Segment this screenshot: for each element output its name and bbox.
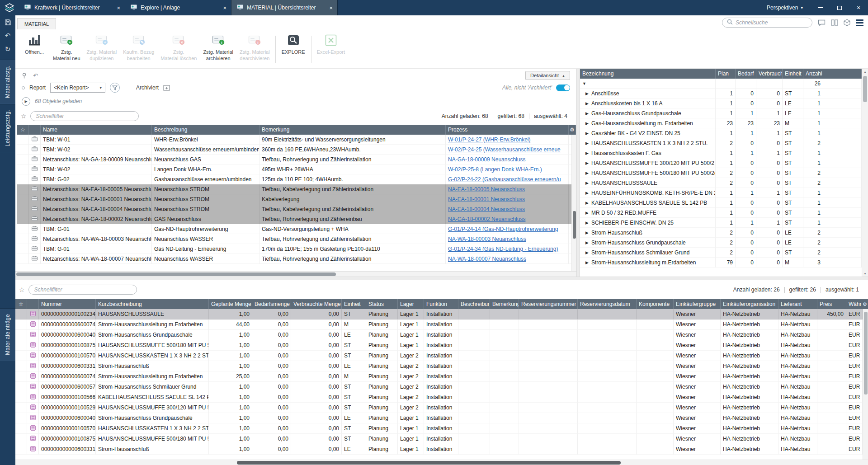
column-header[interactable]: Einkäuferorganisation bbox=[721, 299, 778, 309]
scrollbar-thumb[interactable] bbox=[237, 461, 621, 465]
minimize-button[interactable] bbox=[811, 0, 830, 15]
material-row[interactable]: ▶Strom-Hausanschluss Grundpauschale200LE… bbox=[580, 238, 862, 248]
report-select[interactable]: <Kein Report> ▾ bbox=[50, 83, 105, 93]
process-link[interactable]: W-02/P-25-8 (Langen Donk WHA-Ern.) bbox=[448, 166, 542, 173]
vertical-scrollbar[interactable] bbox=[571, 135, 576, 271]
column-header[interactable]: Bezeichnung bbox=[580, 69, 716, 79]
column-header[interactable]: Verbrauchte Menge bbox=[291, 299, 342, 309]
window-tab[interactable]: Kraftwerk | Übersichtsreiter× bbox=[19, 0, 125, 15]
column-header[interactable]: Lieferant bbox=[778, 299, 817, 309]
vertical-scrollbar[interactable] bbox=[863, 309, 868, 460]
process-link[interactable]: NA-GA-18-00009 Neuanschluss bbox=[448, 156, 525, 163]
table-row[interactable]: TBM: W-01WHR-Erw.Brönkel90m Elektrizität… bbox=[17, 135, 576, 145]
column-header[interactable]: Anzahl bbox=[803, 69, 823, 79]
horizontal-scrollbar[interactable] bbox=[15, 460, 868, 465]
expand-icon[interactable]: ▶ bbox=[585, 121, 591, 126]
table-row[interactable]: Netzanschluss: NA-WA-18-00003 Neuanschlu… bbox=[17, 234, 576, 244]
process-link[interactable]: G-01/P-24-34 (Gas ND-Leitung - Erneuerun… bbox=[448, 246, 558, 252]
scrollbar-thumb[interactable] bbox=[16, 272, 336, 276]
gear-icon[interactable]: ⚙ bbox=[569, 125, 576, 135]
expand-icon[interactable]: ▶ bbox=[585, 91, 591, 96]
table-row[interactable]: Netzanschluss: NA-GA-18-00009 Neuanschlu… bbox=[17, 155, 576, 164]
archived-toggle[interactable] bbox=[556, 85, 570, 91]
material-row[interactable]: ▶Gas-Hausanschluss Grundpauschale111LE1 bbox=[580, 108, 862, 118]
column-header[interactable]: Einkäufergruppe bbox=[674, 299, 721, 309]
process-link[interactable]: NA-EA-18-00004 Neuanschluss bbox=[448, 206, 525, 212]
process-link[interactable]: G-01/P-24-14 (Gas-ND-Hauptrohrerweiterun… bbox=[448, 226, 558, 232]
expand-icon[interactable]: ▶ bbox=[585, 141, 591, 146]
column-header[interactable]: Name bbox=[41, 125, 152, 135]
perspectives-menu[interactable]: Perspektiven ▾ bbox=[759, 0, 811, 15]
column-header[interactable]: Bemerkung bbox=[259, 125, 446, 135]
column-header[interactable]: Bedarf bbox=[736, 69, 756, 79]
process-link[interactable]: NA-EA-18-00005 Neuanschluss bbox=[448, 186, 525, 193]
expand-icon[interactable]: ▶ bbox=[585, 211, 591, 215]
scrollbar-thumb[interactable] bbox=[863, 76, 867, 102]
quickfilter-input[interactable] bbox=[36, 113, 133, 119]
process-link[interactable]: G-02/P-24-22 (Gashausanschlüsse erneuern… bbox=[448, 176, 561, 183]
table-row[interactable]: 000000000000600331Strom-Hausanschluß1,00… bbox=[15, 361, 863, 371]
material-row[interactable]: ▶Strom-Hausanschlussleitung m.Erdarbeite… bbox=[580, 258, 862, 268]
favorite-filter-icon[interactable]: ☆ bbox=[21, 113, 27, 120]
table-row[interactable]: 000000000000100875HAUSANSCHLUSSMUFFE 500… bbox=[15, 434, 863, 444]
column-header[interactable]: Verbrauch bbox=[756, 69, 783, 79]
quickfilter[interactable] bbox=[28, 285, 137, 295]
column-header[interactable]: Reservierungsnummer bbox=[519, 299, 578, 309]
process-link[interactable]: W-01/P-24-27 (WHR-Erw.Brönkel) bbox=[448, 136, 530, 143]
vertical-splitter[interactable] bbox=[576, 69, 580, 277]
pin-icon[interactable] bbox=[22, 73, 27, 79]
detail-view-button[interactable]: Detailansicht ▲ bbox=[525, 71, 570, 80]
table-row[interactable]: Netzanschluss: NA-EA-18-00004 Neuanschlu… bbox=[17, 204, 576, 214]
column-header[interactable]: Geplante Menge bbox=[209, 299, 252, 309]
global-search[interactable] bbox=[722, 18, 812, 28]
quickfilter-input[interactable] bbox=[34, 287, 131, 293]
process-link[interactable]: NA-GA-18-00002 Neuanschluss bbox=[448, 216, 525, 222]
expand-icon[interactable]: ▶ bbox=[585, 101, 591, 106]
column-header[interactable]: Komponente bbox=[637, 299, 674, 309]
material-row[interactable]: ▶Strom-Hausanschluß200LE2 bbox=[580, 228, 862, 238]
expand-icon[interactable]: ▶ bbox=[585, 250, 591, 255]
toolbar-button-open[interactable]: Öffnen... bbox=[19, 32, 50, 66]
scrollbar-thumb[interactable] bbox=[573, 211, 576, 238]
column-header[interactable]: Bemerkung bbox=[490, 299, 519, 309]
table-row[interactable]: TBM: G-01Gas-ND-HauptrohrerweiterungGas-… bbox=[17, 224, 576, 234]
expand-icon[interactable]: ▶ bbox=[585, 191, 591, 195]
column-header[interactable]: Währung bbox=[846, 299, 863, 309]
material-row[interactable]: ▶SCHIEBER-PE-EINSCHW. DN 25111ST1 bbox=[580, 218, 862, 228]
process-link[interactable]: W-02/P-24-25 (Wasserhausanschlüsse erneu… bbox=[448, 146, 561, 153]
expand-icon[interactable]: ▶ bbox=[585, 230, 591, 235]
table-row[interactable]: 000000000000100234HAUSANSCHLUSSSAULE1,00… bbox=[15, 309, 863, 319]
undo-icon[interactable]: ↶ bbox=[33, 72, 38, 79]
chat-icon[interactable] bbox=[818, 19, 826, 26]
icon-column-header[interactable] bbox=[27, 299, 39, 309]
material-row[interactable]: ▶HAUSANSCHLUSSSAULE200ST2 bbox=[580, 178, 862, 188]
icon-column-header[interactable] bbox=[29, 125, 41, 135]
material-row[interactable]: ▶KABELHAUSANSCHLUSS SAEULE SL 142 PB100S… bbox=[580, 198, 862, 208]
column-header[interactable]: Beschreibung bbox=[152, 125, 259, 135]
expand-icon[interactable]: ▶ bbox=[585, 111, 591, 116]
material-row[interactable]: ▶Strom-Hausanschluss Schmilauer Grund200… bbox=[580, 248, 862, 258]
expand-icon[interactable]: ▶ bbox=[585, 161, 591, 165]
process-link[interactable]: NA-WA-18-00003 Neuanschluss bbox=[448, 236, 526, 242]
expand-icon[interactable]: ▶ bbox=[585, 151, 591, 155]
scrollbar-thumb[interactable] bbox=[864, 312, 868, 395]
column-header[interactable]: Prozess bbox=[446, 125, 569, 135]
expand-icon[interactable]: ▶ bbox=[585, 240, 591, 245]
expand-icon[interactable]: ▶ bbox=[585, 171, 591, 175]
horizontal-scrollbar[interactable] bbox=[15, 271, 576, 277]
material-row[interactable]: ▶Anschlüsse100ST1 bbox=[580, 89, 862, 99]
table-row[interactable]: 000000000000600057Strom-Hausanschluss Sc… bbox=[15, 382, 863, 392]
refresh-icon[interactable]: ↻ bbox=[0, 42, 15, 56]
table-row[interactable]: 000000000000600074Strom-Hausanschlusslei… bbox=[15, 319, 863, 330]
column-header[interactable]: Bedarfsmenge bbox=[252, 299, 291, 309]
table-row[interactable]: 000000000000600074Strom-Hausanschlusslei… bbox=[15, 371, 863, 382]
expand-icon[interactable]: ▶ bbox=[585, 221, 591, 225]
column-header[interactable]: Kurzbeschreibung bbox=[96, 299, 209, 309]
expand-icon[interactable]: ▶ bbox=[585, 260, 591, 265]
table-row[interactable]: TBM: G-02Gashausanschlüsse erneuern/umbi… bbox=[17, 174, 576, 184]
maximize-button[interactable] bbox=[830, 0, 849, 15]
process-link[interactable]: NA-WA-18-00007 Neuanschluss bbox=[448, 256, 526, 262]
rail-tab[interactable]: Leistungszstg. bbox=[0, 104, 15, 152]
save-button[interactable] bbox=[0, 15, 15, 29]
table-row[interactable]: 000000000000100570HAUSANSCHLUSSKASTEN 1 … bbox=[15, 351, 863, 361]
